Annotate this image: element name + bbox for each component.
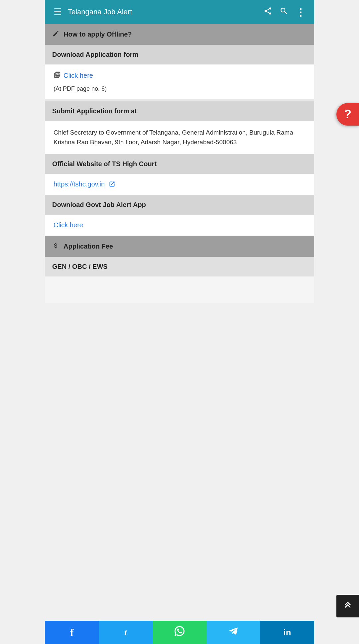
download-app-link[interactable]: Click here <box>54 221 305 229</box>
search-icon[interactable] <box>277 4 291 20</box>
more-options-icon[interactable]: ⋮ <box>293 4 308 21</box>
pdf-page-note: (At PDF page no. 6) <box>54 85 305 92</box>
download-application-form-link-text: Click here <box>63 72 93 79</box>
gen-obc-ews-title: GEN / OBC / EWS <box>52 263 108 270</box>
how-to-apply-offline-title: How to apply Offline? <box>63 31 132 38</box>
submit-application-body: Chief Secretary to Government of Telanga… <box>45 121 314 154</box>
menu-icon[interactable]: ☰ <box>51 4 64 20</box>
gen-obc-ews-header: GEN / OBC / EWS <box>45 257 314 276</box>
download-app-header: Download Govt Job Alert App <box>45 195 314 215</box>
official-website-title: Official Website of TS High Court <box>52 160 157 168</box>
official-website-header: Official Website of TS High Court <box>45 154 314 174</box>
header-right: ⋮ <box>261 4 308 21</box>
download-app-link-text: Click here <box>54 221 83 229</box>
submit-application-header: Submit Application form at <box>45 101 314 121</box>
download-app-body: Click here <box>45 215 314 236</box>
fee-icon <box>52 242 60 251</box>
download-app-title: Download Govt Job Alert App <box>52 201 146 209</box>
download-application-form-link[interactable]: Click here <box>54 71 305 80</box>
main-content: How to apply Offline? Download Applicati… <box>45 24 314 303</box>
pdf-icon <box>54 71 61 80</box>
how-to-apply-offline-header: How to apply Offline? <box>45 24 314 45</box>
official-website-link[interactable]: https://tshc.gov.in <box>54 180 305 188</box>
download-application-form-title: Download Application form <box>52 51 138 58</box>
application-fee-header: Application Fee <box>45 236 314 257</box>
external-link-icon <box>109 181 115 187</box>
official-website-url: https://tshc.gov.in <box>54 180 105 188</box>
submit-application-title: Submit Application form at <box>52 107 137 115</box>
submission-address: Chief Secretary to Government of Telanga… <box>54 128 305 147</box>
download-application-form-header: Download Application form <box>45 45 314 64</box>
app-title: Telangana Job Alert <box>68 8 132 16</box>
bottom-spacer <box>45 276 314 303</box>
official-website-body: https://tshc.gov.in <box>45 174 314 195</box>
header-left: ☰ Telangana Job Alert <box>51 4 132 20</box>
download-application-form-body: Click here (At PDF page no. 6) <box>45 64 314 99</box>
share-icon[interactable] <box>261 4 275 20</box>
app-header: ☰ Telangana Job Alert ⋮ <box>45 0 314 24</box>
application-fee-title: Application Fee <box>63 243 113 250</box>
edit-icon <box>52 30 60 39</box>
